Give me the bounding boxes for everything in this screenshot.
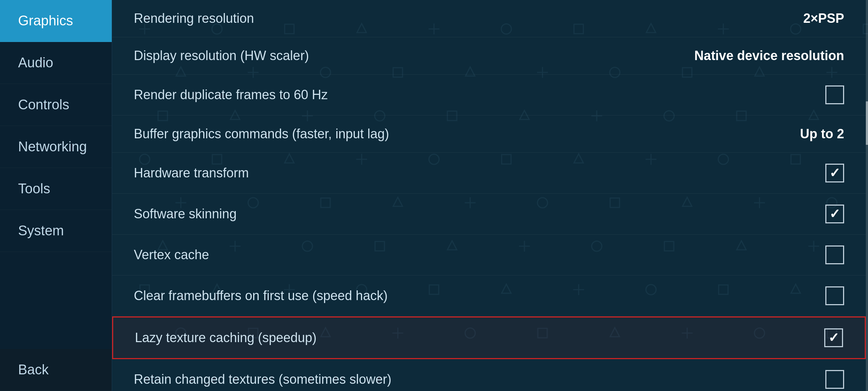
sidebar-item-networking[interactable]: Networking [0, 126, 112, 168]
setting-checkbox-software-skinning[interactable] [825, 205, 844, 223]
setting-row-software-skinning[interactable]: Software skinning [112, 194, 866, 235]
scroll-thumb[interactable] [866, 101, 868, 145]
sidebar-back-button[interactable]: Back [0, 349, 112, 391]
sidebar-item-audio[interactable]: Audio [0, 42, 112, 84]
sidebar-item-tools[interactable]: Tools [0, 168, 112, 210]
setting-checkbox-retain-changed-textures[interactable] [825, 370, 844, 389]
scrollbar[interactable] [866, 0, 868, 391]
sidebar-item-graphics[interactable]: Graphics [0, 0, 112, 42]
setting-label-display-resolution: Display resolution (HW scaler) [134, 48, 309, 63]
setting-checkbox-clear-framebuffers[interactable] [825, 286, 844, 305]
sidebar-item-system[interactable]: System [0, 210, 112, 252]
setting-label-hardware-transform: Hardware transform [134, 165, 249, 181]
setting-checkbox-hardware-transform[interactable] [825, 164, 844, 182]
setting-value-display-resolution: Native device resolution [694, 48, 844, 63]
setting-row-render-duplicate-frames[interactable]: Render duplicate frames to 60 Hz [112, 75, 866, 115]
sidebar: GraphicsAudioControlsNetworkingToolsSyst… [0, 0, 112, 391]
setting-checkbox-lazy-texture-caching[interactable] [824, 328, 843, 347]
setting-label-rendering-resolution: Rendering resolution [134, 11, 254, 26]
setting-value-rendering-resolution: 2×PSP [803, 11, 844, 26]
setting-checkbox-render-duplicate-frames[interactable] [825, 85, 844, 104]
setting-label-software-skinning: Software skinning [134, 206, 237, 222]
setting-checkbox-vertex-cache[interactable] [825, 245, 844, 264]
setting-row-hardware-transform[interactable]: Hardware transform [112, 153, 866, 194]
setting-row-lazy-texture-caching[interactable]: Lazy texture caching (speedup) [112, 316, 866, 359]
setting-label-buffer-graphics-commands: Buffer graphics commands (faster, input … [134, 126, 389, 142]
main-content: Rendering resolution2×PSPDisplay resolut… [112, 0, 866, 391]
sidebar-item-controls[interactable]: Controls [0, 84, 112, 126]
setting-label-retain-changed-textures: Retain changed textures (sometimes slowe… [134, 372, 391, 387]
settings-list: Rendering resolution2×PSPDisplay resolut… [112, 0, 866, 391]
setting-row-clear-framebuffers[interactable]: Clear framebuffers on first use (speed h… [112, 276, 866, 316]
setting-label-vertex-cache: Vertex cache [134, 247, 209, 262]
setting-row-display-resolution[interactable]: Display resolution (HW scaler)Native dev… [112, 37, 866, 75]
setting-row-buffer-graphics-commands[interactable]: Buffer graphics commands (faster, input … [112, 115, 866, 153]
setting-row-rendering-resolution[interactable]: Rendering resolution2×PSP [112, 0, 866, 37]
setting-row-vertex-cache[interactable]: Vertex cache [112, 235, 866, 276]
setting-label-render-duplicate-frames: Render duplicate frames to 60 Hz [134, 87, 328, 102]
setting-label-lazy-texture-caching: Lazy texture caching (speedup) [135, 330, 316, 345]
setting-label-clear-framebuffers: Clear framebuffers on first use (speed h… [134, 288, 388, 303]
setting-value-buffer-graphics-commands: Up to 2 [800, 126, 844, 142]
setting-row-retain-changed-textures[interactable]: Retain changed textures (sometimes slowe… [112, 359, 866, 391]
